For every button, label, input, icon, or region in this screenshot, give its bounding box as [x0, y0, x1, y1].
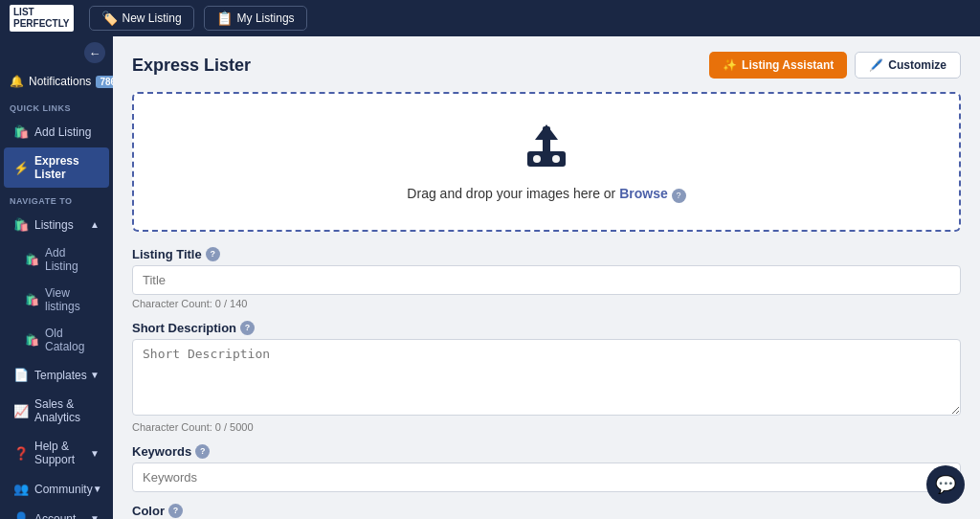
short-description-help-icon[interactable]: ? — [240, 321, 255, 335]
help-support-label: Help & Support — [34, 440, 90, 466]
help-support-icon: ❓ — [13, 446, 29, 461]
listing-title-char-count: Character Count: 0 / 140 — [132, 298, 961, 309]
back-button[interactable]: ← — [84, 42, 105, 63]
listing-title-input[interactable] — [132, 265, 961, 295]
upload-text: Drag and drop your images here or Browse… — [407, 186, 685, 203]
account-group-left: 👤 Account — [13, 511, 76, 519]
logo: LISTPERFECTLY — [10, 5, 74, 32]
short-description-input[interactable] — [132, 339, 961, 416]
sales-analytics-icon: 📈 — [13, 404, 29, 418]
help-support-group-left: ❓ Help & Support — [13, 440, 90, 466]
upload-label: Drag and drop your images here or — [407, 186, 619, 201]
sidebar-item-express-lister[interactable]: ⚡ Express Lister — [4, 147, 109, 188]
view-listings-icon: 🛍️ — [25, 293, 39, 306]
community-label: Community — [34, 483, 93, 496]
add-listing-nav-label: Add Listing — [45, 246, 100, 273]
sidebar-item-account[interactable]: 👤 Account ▼ — [4, 505, 109, 519]
add-listing-quick-icon: 🛍️ — [13, 124, 29, 139]
account-chevron-icon: ▼ — [90, 513, 100, 519]
page-title: Express Lister — [132, 56, 251, 76]
notifications-badge: 786 — [96, 76, 113, 88]
listing-assistant-star-icon: ✨ — [723, 58, 737, 72]
community-chevron-icon: ▼ — [93, 484, 102, 494]
keywords-input[interactable] — [132, 463, 961, 492]
new-listing-icon: 🏷️ — [101, 11, 118, 26]
short-description-char-count: Character Count: 0 / 5000 — [132, 421, 961, 433]
listing-title-label: Listing Title ? — [132, 247, 961, 261]
upload-icon — [518, 121, 575, 176]
listing-assistant-button[interactable]: ✨ Listing Assistant — [709, 52, 847, 79]
help-support-chevron-icon: ▼ — [90, 448, 100, 459]
add-listing-quick-label: Add Listing — [34, 125, 91, 139]
content-area: Express Lister ✨ Listing Assistant 🖊️ Cu… — [113, 36, 980, 519]
my-listings-button[interactable]: 📋 My Listings — [204, 6, 307, 31]
add-listing-nav-icon: 🛍️ — [25, 253, 39, 266]
customize-button[interactable]: 🖊️ Customize — [855, 52, 961, 79]
header-actions: ✨ Listing Assistant 🖊️ Customize — [709, 52, 961, 79]
upload-area[interactable]: Drag and drop your images here or Browse… — [132, 92, 961, 232]
listings-group-left: 🛍️ Listings — [13, 217, 74, 232]
content-header: Express Lister ✨ Listing Assistant 🖊️ Cu… — [132, 52, 961, 79]
express-lister-icon: ⚡ — [13, 161, 29, 175]
top-bar: LISTPERFECTLY 🏷️ New Listing 📋 My Listin… — [0, 0, 980, 36]
listings-label: Listings — [34, 218, 74, 232]
customize-icon: 🖊️ — [869, 58, 883, 72]
chat-bubble[interactable]: 💬 — [926, 465, 965, 504]
sales-analytics-label: Sales & Analytics — [34, 397, 100, 424]
sidebar-item-view-listings[interactable]: 🛍️ View listings — [4, 281, 109, 319]
old-catalog-label: Old Catalog — [45, 327, 100, 353]
community-group-left: 👥 Community — [13, 482, 93, 496]
new-listing-button[interactable]: 🏷️ New Listing — [89, 6, 194, 31]
chat-icon: 💬 — [935, 474, 956, 495]
notifications-item[interactable]: 🔔 Notifications 786 — [0, 67, 113, 96]
sidebar-item-add-listing-nav[interactable]: 🛍️ Add Listing — [4, 240, 109, 279]
listing-assistant-label: Listing Assistant — [742, 58, 834, 72]
my-listings-icon: 📋 — [216, 11, 233, 26]
sidebar: ← 🔔 Notifications 786 QUICK LINKS 🛍️ Add… — [0, 36, 113, 519]
short-description-group: Short Description ? Character Count: 0 /… — [132, 321, 961, 433]
main-layout: ← 🔔 Notifications 786 QUICK LINKS 🛍️ Add… — [0, 36, 980, 519]
logo-box: LISTPERFECTLY — [10, 5, 74, 32]
color-group: Color ? — [132, 504, 961, 520]
listing-title-help-icon[interactable]: ? — [206, 247, 220, 261]
svg-point-3 — [533, 155, 541, 163]
templates-chevron-icon: ▼ — [90, 370, 100, 380]
templates-label: Templates — [34, 369, 87, 382]
bell-icon: 🔔 — [10, 75, 24, 88]
sidebar-item-sales-analytics[interactable]: 📈 Sales & Analytics — [4, 391, 109, 431]
sidebar-item-add-listing-quick[interactable]: 🛍️ Add Listing — [4, 118, 109, 146]
view-listings-label: View listings — [45, 286, 100, 313]
svg-marker-2 — [535, 124, 558, 140]
customize-label: Customize — [888, 58, 947, 72]
sidebar-item-community[interactable]: 👥 Community ▼ — [4, 475, 109, 503]
old-catalog-icon: 🛍️ — [25, 333, 39, 347]
color-help-icon[interactable]: ? — [168, 504, 183, 518]
my-listings-label: My Listings — [237, 11, 295, 25]
sidebar-item-old-catalog[interactable]: 🛍️ Old Catalog — [4, 321, 109, 359]
sidebar-item-templates[interactable]: 📄 Templates ▼ — [4, 361, 109, 389]
account-icon: 👤 — [13, 511, 29, 519]
sidebar-item-help-support[interactable]: ❓ Help & Support ▼ — [4, 433, 109, 473]
quick-links-label: QUICK LINKS — [0, 96, 113, 117]
color-label: Color ? — [132, 504, 961, 518]
navigate-to-label: NAVIGATE TO — [0, 189, 113, 210]
listings-chevron-icon: ▲ — [90, 219, 100, 230]
new-listing-label: New Listing — [122, 11, 182, 25]
sidebar-item-listings[interactable]: 🛍️ Listings ▲ — [4, 211, 109, 238]
listing-title-group: Listing Title ? Character Count: 0 / 140 — [132, 247, 961, 309]
short-description-label: Short Description ? — [132, 321, 961, 335]
notifications-label: Notifications — [29, 75, 91, 88]
keywords-group: Keywords ? — [132, 444, 961, 492]
help-upload-icon: ? — [672, 189, 686, 203]
sidebar-back-section: ← — [0, 36, 113, 67]
keywords-label: Keywords ? — [132, 444, 961, 459]
listings-icon: 🛍️ — [13, 217, 29, 232]
browse-link[interactable]: Browse — [619, 186, 668, 201]
templates-group-left: 📄 Templates — [13, 368, 87, 382]
templates-icon: 📄 — [13, 368, 29, 382]
keywords-help-icon[interactable]: ? — [195, 444, 210, 459]
account-label: Account — [34, 512, 76, 520]
back-arrow-icon: ← — [89, 46, 101, 60]
community-icon: 👥 — [13, 482, 29, 496]
svg-point-4 — [552, 155, 560, 163]
